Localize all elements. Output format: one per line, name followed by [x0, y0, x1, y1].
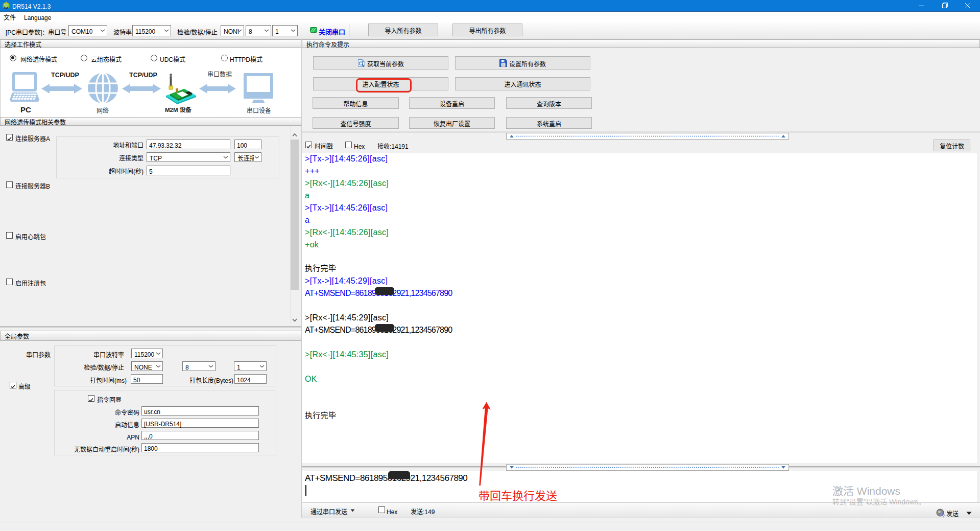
svg-text:串口数据: 串口数据 — [207, 70, 232, 78]
svg-text:TCP/UDP: TCP/UDP — [129, 70, 157, 79]
svg-text:TCP/UDP: TCP/UDP — [51, 70, 79, 79]
svg-text:M2M 设备: M2M 设备 — [165, 105, 192, 113]
svg-text:串口设备: 串口设备 — [247, 106, 271, 114]
svg-text:PC: PC — [20, 104, 31, 114]
svg-text:网络: 网络 — [97, 106, 109, 114]
